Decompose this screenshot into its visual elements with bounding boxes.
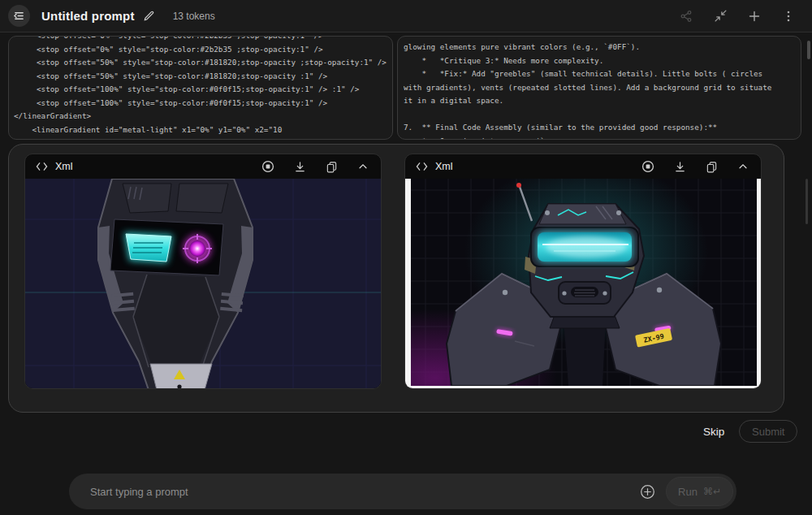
response-comparison-card: Xml bbox=[8, 144, 784, 413]
chevron-up-icon bbox=[357, 161, 369, 172]
new-prompt-button[interactable] bbox=[744, 6, 765, 27]
notes-line bbox=[404, 108, 795, 122]
notes-line: * Organize into groups (`<g> bbox=[404, 135, 795, 141]
kebab-menu-icon bbox=[782, 10, 795, 23]
download-icon bbox=[294, 161, 306, 173]
copy-icon bbox=[706, 161, 718, 173]
code-line: <stop offset="0%" style="stop-color:#2b2… bbox=[14, 43, 387, 57]
stop-circle-icon bbox=[261, 160, 274, 173]
code-lines: <stop offset="0%" style="stop-color:#2b2… bbox=[14, 36, 387, 136]
share-button[interactable] bbox=[676, 6, 697, 27]
copy-button[interactable] bbox=[324, 159, 339, 174]
model-notes-panel[interactable]: glowing elements pure vibrant colors (e.… bbox=[397, 36, 801, 140]
share-icon bbox=[680, 10, 693, 23]
antenna-tip bbox=[516, 183, 521, 188]
chevron-up-icon bbox=[737, 161, 749, 172]
run-shortcut: ⌘↵ bbox=[703, 486, 721, 497]
download-icon bbox=[674, 161, 686, 173]
prompt-title: Untitled prompt bbox=[41, 9, 135, 23]
render-toggle-button[interactable] bbox=[641, 159, 655, 174]
plus-circle-icon bbox=[640, 484, 655, 500]
collapse-card-button[interactable] bbox=[356, 159, 370, 174]
notes-line: it in a digital space. bbox=[404, 94, 795, 108]
panel-scrollbar-thumb[interactable] bbox=[806, 179, 808, 224]
notes-lines: glowing elements pure vibrant colors (e.… bbox=[404, 41, 795, 140]
sidebar-collapse-button[interactable] bbox=[8, 5, 30, 27]
card-header: Xml bbox=[25, 154, 381, 179]
notes-line: glowing elements pure vibrant colors (e.… bbox=[404, 41, 795, 54]
pencil-icon bbox=[143, 10, 155, 22]
svg-render-right-robot: ZX-99 bbox=[405, 179, 762, 389]
collapse-menu-icon bbox=[13, 10, 25, 22]
top-app-bar: Untitled prompt 13 tokens bbox=[0, 0, 812, 32]
xml-code-editor[interactable]: <stop offset="0%" style="stop-color:#2b2… bbox=[8, 36, 393, 140]
run-label: Run bbox=[678, 486, 698, 498]
code-line: <stop offset="50%" style="stop-color:#18… bbox=[14, 70, 387, 84]
prompt-bar: Run ⌘↵ bbox=[69, 474, 736, 509]
xml-preview-card-right: Xml bbox=[404, 154, 762, 389]
language-label: Xml bbox=[435, 161, 453, 172]
svg-render-left-robot bbox=[25, 179, 382, 389]
skip-button[interactable]: Skip bbox=[697, 422, 731, 441]
code-line: <stop offset="50%" style="stop-color:#18… bbox=[14, 56, 387, 70]
topbar-actions bbox=[676, 6, 812, 27]
compare-prompts-button[interactable] bbox=[710, 6, 731, 27]
notes-line: * *Critique 3:* Needs more complexity. bbox=[404, 54, 795, 68]
code-icon bbox=[36, 162, 48, 171]
collapse-card-button[interactable] bbox=[736, 159, 750, 174]
copy-button[interactable] bbox=[704, 159, 719, 174]
page-scrollbar-thumb[interactable] bbox=[807, 41, 810, 59]
code-line: <stop offset="0%" style="stop-color:#2b2… bbox=[14, 36, 387, 43]
magenta-eye bbox=[189, 240, 205, 257]
code-line: <linearGradient id="metal-light" x1="0%"… bbox=[14, 123, 387, 137]
notes-line: 7. ** Final Code Assembly (similar to th… bbox=[404, 121, 795, 135]
prompt-input[interactable] bbox=[69, 485, 638, 499]
run-button[interactable]: Run ⌘↵ bbox=[666, 477, 733, 506]
card-header: Xml bbox=[405, 154, 761, 179]
add-media-button[interactable] bbox=[638, 483, 656, 500]
merge-arrows-icon bbox=[714, 9, 728, 23]
plus-icon bbox=[748, 10, 761, 23]
xml-preview-card-left: Xml bbox=[24, 154, 382, 389]
token-count: 13 tokens bbox=[173, 11, 215, 22]
copy-icon bbox=[326, 161, 338, 173]
overflow-menu-button[interactable] bbox=[778, 6, 799, 27]
edit-title-button[interactable] bbox=[143, 10, 155, 22]
code-icon bbox=[416, 162, 428, 171]
code-line: </linearGradient> bbox=[14, 110, 387, 123]
language-label: Xml bbox=[55, 161, 73, 172]
stop-circle-icon bbox=[641, 160, 654, 173]
code-line: <stop offset="100%" style="stop-color:#0… bbox=[14, 97, 387, 110]
render-toggle-button[interactable] bbox=[261, 159, 275, 174]
code-line: <stop offset="100%" style="stop-color:#0… bbox=[14, 83, 387, 97]
download-button[interactable] bbox=[292, 159, 307, 174]
download-button[interactable] bbox=[672, 159, 687, 174]
notes-line: with gradients), vents (repeated slotted… bbox=[404, 81, 795, 95]
submit-button[interactable]: Submit bbox=[739, 420, 797, 443]
notes-line: * *Fix:* Add "greebles" (small technical… bbox=[404, 67, 795, 81]
